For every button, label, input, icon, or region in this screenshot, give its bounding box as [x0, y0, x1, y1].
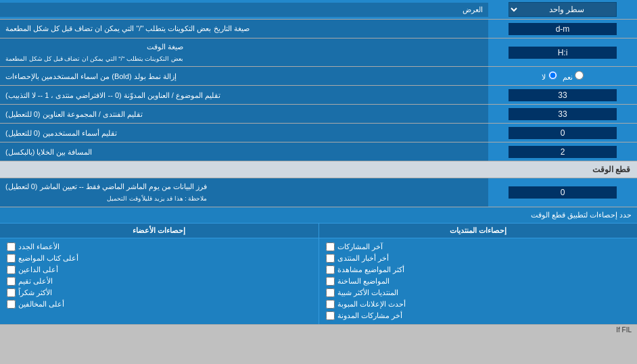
time-format-label: صيغة الوقتبعض التكوينات يتطلب "/" التي ي…	[0, 38, 488, 66]
restrict-label: حدد إحصاءات لتطبيق قطع الوقت	[5, 211, 632, 219]
forum-group-input[interactable]	[509, 108, 617, 120]
list-item: الأكثر شكراً	[7, 287, 312, 298]
cutoff-days-label: فرز البيانات من يوم الماشر الماضي فقط --…	[0, 178, 488, 206]
checkbox-headers: إحصاءات الأعضاء إحصاءات المنتديات	[0, 224, 637, 238]
checkbox-blog-posts[interactable]	[326, 311, 335, 320]
list-item: أكثر المواضيع مشاهدة	[326, 264, 631, 276]
bold-remove-row: إزالة نمط بولد (Bold) من اسماء المستخدمي…	[0, 67, 637, 86]
checkbox-most-similar-forums[interactable]	[326, 288, 335, 297]
cell-spacing-label: المسافة بين الخلايا (بالبكسل)	[0, 142, 488, 161]
list-item: أعلى كتاب المواضيع	[7, 253, 312, 264]
radio-no-label: لا	[542, 71, 557, 82]
list-item: آخر المشاركات	[326, 241, 631, 253]
date-format-input-cell	[488, 20, 637, 38]
forum-group-label: تقليم الفنتدى / المجموعة العناوين (0 للت…	[0, 105, 488, 123]
checkbox-grid: الأعضاء الجدد أعلى كتاب المواضيع أعلى ال…	[0, 238, 637, 324]
cutoff-days-row: فرز البيانات من يوم الماشر الماضي فقط --…	[0, 178, 637, 207]
bold-remove-label: إزالة نمط بولد (Bold) من اسماء المستخدمي…	[0, 67, 488, 85]
display-dropdown[interactable]: سطر واحد سطرين ثلاثة أسطر	[509, 2, 617, 17]
col2-header: إحصاءات المنتديات	[319, 224, 638, 238]
list-item: أحدث الإعلانات المبوبة	[326, 298, 631, 310]
date-format-label: صيغة التاريخ بعض التكوينات يتطلب "/" الت…	[0, 20, 488, 38]
col1-checkboxes: الأعضاء الجدد أعلى كتاب المواضيع أعلى ال…	[0, 238, 319, 324]
checkbox-last-posts[interactable]	[326, 242, 335, 251]
cell-spacing-input-cell	[488, 142, 637, 161]
list-item: المنتديات الأكثر شبية	[326, 287, 631, 298]
display-dropdown-cell: سطر واحد سطرين ثلاثة أسطر	[488, 0, 637, 19]
header-row: العرض سطر واحد سطرين ثلاثة أسطر	[0, 0, 637, 20]
checkbox-top-inviters[interactable]	[7, 265, 16, 274]
date-format-row: صيغة التاريخ بعض التكوينات يتطلب "/" الت…	[0, 20, 637, 38]
checkbox-section: إحصاءات الأعضاء إحصاءات المنتديات الأعضا…	[0, 224, 637, 325]
restrict-row: حدد إحصاءات لتطبيق قطع الوقت	[0, 207, 637, 224]
checkbox-top-violated[interactable]	[7, 300, 16, 309]
list-item: المواضيع الساخنة	[326, 276, 631, 287]
bottom-note: If FIL	[0, 325, 637, 335]
bold-remove-radio-cell: نعم لا	[488, 67, 637, 85]
list-item: أعلى المخالفين	[7, 298, 312, 310]
col2-checkboxes: آخر المشاركات أخر أخبار المنتدى أكثر الم…	[319, 238, 638, 324]
time-format-row: صيغة الوقتبعض التكوينات يتطلب "/" التي ي…	[0, 38, 637, 67]
bold-remove-no-radio[interactable]	[548, 71, 557, 80]
cutoff-days-input-cell	[488, 178, 637, 206]
topic-subject-input[interactable]	[509, 89, 617, 101]
topic-subject-row: تقليم الموضوع / العناوين المدوّنة (0 -- …	[0, 86, 637, 105]
checkbox-top-topic-writers[interactable]	[7, 254, 16, 263]
cutoff-days-input[interactable]	[509, 186, 617, 199]
forum-group-row: تقليم الفنتدى / المجموعة العناوين (0 للت…	[0, 105, 637, 124]
cell-spacing-input[interactable]	[509, 146, 617, 158]
checkbox-most-viewed[interactable]	[326, 265, 335, 274]
topic-subject-label: تقليم الموضوع / العناوين المدوّنة (0 -- …	[0, 86, 488, 104]
list-item: أخر أخبار المنتدى	[326, 253, 631, 264]
date-format-input[interactable]	[509, 23, 617, 35]
list-item: أخر مشاركات المدونة	[326, 310, 631, 321]
list-item: الأعلى تقيم	[7, 276, 312, 287]
forum-group-input-cell	[488, 105, 637, 123]
list-item: الأعضاء الجدد	[7, 241, 312, 253]
checkbox-forum-news[interactable]	[326, 254, 335, 263]
radio-yes-label: نعم	[563, 71, 584, 82]
bold-remove-yes-radio[interactable]	[575, 71, 584, 80]
usernames-trim-input[interactable]	[509, 127, 617, 139]
checkbox-latest-classifieds[interactable]	[326, 300, 335, 309]
cell-spacing-row: المسافة بين الخلايا (بالبكسل)	[0, 142, 637, 161]
display-label: العرض	[0, 3, 488, 17]
main-container: العرض سطر واحد سطرين ثلاثة أسطر صيغة الت…	[0, 0, 637, 335]
usernames-trim-label: تقليم أسماء المستخدمين (0 للتعطيل)	[0, 124, 488, 142]
usernames-trim-input-cell	[488, 124, 637, 142]
cutoff-section-header: قطع الوقت	[0, 161, 637, 178]
checkbox-most-thanked[interactable]	[7, 288, 16, 297]
topic-subject-input-cell	[488, 86, 637, 104]
checkbox-top-rated[interactable]	[7, 277, 16, 286]
col1-header: إحصاءات الأعضاء	[0, 224, 319, 238]
list-item: أعلى الداعين	[7, 264, 312, 276]
time-format-input[interactable]	[509, 47, 617, 59]
checkbox-hot-topics[interactable]	[326, 277, 335, 286]
time-format-input-cell	[488, 38, 637, 66]
checkbox-new-members[interactable]	[7, 242, 16, 251]
usernames-trim-row: تقليم أسماء المستخدمين (0 للتعطيل)	[0, 124, 637, 142]
